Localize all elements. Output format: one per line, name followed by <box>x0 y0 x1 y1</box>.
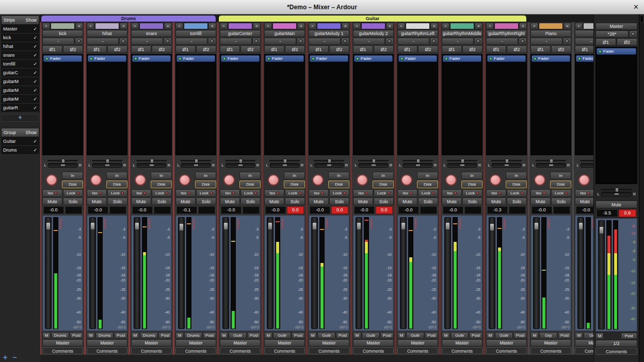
strip-color-swatch[interactable] <box>184 23 208 29</box>
solo-isolate-button[interactable]: Iso <box>530 189 551 197</box>
processor-box[interactable]: Fader <box>397 54 438 155</box>
strip-input-button[interactable]: - <box>309 38 341 45</box>
panner[interactable]: L R <box>397 156 438 171</box>
trim-knob[interactable] <box>474 38 482 45</box>
processor-active-led[interactable] <box>578 57 581 60</box>
phase-invert-2-button[interactable]: Ø2 <box>418 45 438 53</box>
strip-width-button[interactable]: « <box>530 23 538 29</box>
comments-button[interactable]: Comments <box>131 347 172 354</box>
strip-list-row[interactable]: snare✓ <box>1 51 39 60</box>
visibility-checkbox[interactable]: ✓ <box>33 53 37 58</box>
pan-thumb[interactable] <box>415 164 421 167</box>
phase-invert-2-button[interactable]: Ø2 <box>152 45 172 53</box>
visibility-checkbox[interactable]: ✓ <box>33 44 37 49</box>
pan-thumb[interactable] <box>282 164 287 167</box>
solo-button[interactable]: Solo <box>418 198 438 205</box>
comments-button[interactable]: Comments <box>530 347 571 354</box>
master-fader-mode-button[interactable]: Post <box>621 333 638 339</box>
meter-point-button[interactable]: M <box>309 332 317 339</box>
strip-name-button[interactable]: kick <box>42 30 83 37</box>
strip-hide-button[interactable]: ✕ <box>386 23 394 29</box>
solo-isolate-button[interactable]: Iso <box>397 189 417 197</box>
peak-display[interactable] <box>109 206 126 214</box>
trim-knob[interactable] <box>252 38 261 45</box>
phase-invert-2-button[interactable]: Ø2 <box>507 45 527 53</box>
panner[interactable]: L R <box>131 156 172 171</box>
pan-thumb[interactable] <box>149 164 154 167</box>
strip-list-row[interactable]: guitarM✓ <box>1 86 39 95</box>
processor-box[interactable]: Fader <box>220 54 261 155</box>
mute-button[interactable]: Mute <box>42 198 62 205</box>
record-arm-button[interactable] <box>312 174 324 186</box>
pan-width-slider[interactable] <box>358 160 389 161</box>
fader-mode-button[interactable]: Post <box>558 332 571 339</box>
strip-input-button[interactable]: - <box>42 38 74 45</box>
strip-name-button[interactable]: tomfill <box>175 30 216 37</box>
record-arm-button[interactable] <box>578 174 590 186</box>
visibility-checkbox[interactable]: ✓ <box>33 105 37 110</box>
processor-active-led[interactable] <box>312 57 315 60</box>
solo-button[interactable]: Solo <box>551 198 571 205</box>
solo-lock-button[interactable]: Lock <box>374 189 394 197</box>
comments-button[interactable]: Comments <box>220 347 261 354</box>
mute-button[interactable]: Mute <box>353 198 373 205</box>
group-button[interactable]: Drums <box>140 332 158 339</box>
master-meter-point-button[interactable]: M <box>595 333 604 339</box>
volume-fader[interactable] <box>533 217 540 329</box>
strip-width-button[interactable]: « <box>397 23 405 29</box>
processor-box[interactable]: Fader <box>442 54 482 155</box>
strip-color-swatch[interactable] <box>272 23 297 29</box>
panner[interactable]: L R <box>442 156 482 171</box>
fader-handle[interactable] <box>490 223 494 231</box>
output-button[interactable]: Master <box>575 339 593 347</box>
volume-fader[interactable] <box>444 217 451 329</box>
output-button[interactable]: Master <box>397 339 438 347</box>
processor-box[interactable]: Fader <box>353 54 394 155</box>
record-arm-button[interactable] <box>401 174 412 186</box>
comments-button[interactable]: Comments <box>442 347 482 354</box>
monitor-input-button[interactable]: In <box>328 172 349 179</box>
phase-invert-1-button[interactable]: Ø1 <box>530 45 551 53</box>
phase-invert-2-button[interactable]: Ø2 <box>196 45 216 53</box>
strip-input-button[interactable]: - <box>264 38 296 45</box>
output-button[interactable]: Master <box>87 339 127 347</box>
pan-position-slider[interactable] <box>92 163 122 168</box>
strip-name-button[interactable]: hihat <box>87 30 127 37</box>
strip-color-swatch[interactable] <box>139 23 164 29</box>
fader-mode-button[interactable]: Post <box>425 332 438 339</box>
fader-processor[interactable]: Fader <box>443 55 481 62</box>
solo-isolate-button[interactable]: Iso <box>309 189 329 197</box>
solo-isolate-button[interactable]: Iso <box>131 189 151 197</box>
trim-knob[interactable] <box>519 38 527 45</box>
master-processor-box[interactable]: Fader <box>595 47 637 184</box>
pan-thumb[interactable] <box>105 164 110 167</box>
gain-display[interactable]: -0.0 <box>398 206 419 214</box>
strip-width-button[interactable]: « <box>42 23 50 29</box>
panner[interactable]: L R <box>309 156 349 171</box>
record-arm-button[interactable] <box>90 174 102 186</box>
strip-name-button[interactable]: guitarMelody 1 <box>309 30 349 37</box>
panner[interactable]: L R <box>264 156 305 171</box>
strip-name-button[interactable]: guitarRhythmMiddle <box>442 30 482 37</box>
processor-box[interactable]: Fader <box>42 54 83 155</box>
record-arm-button[interactable] <box>445 174 457 186</box>
pan-thumb[interactable] <box>60 164 66 167</box>
phase-invert-1-button[interactable]: Ø1 <box>353 45 373 53</box>
processor-active-led[interactable] <box>534 57 537 60</box>
fader-processor[interactable]: Fader <box>132 55 171 62</box>
mute-button[interactable]: Mute <box>442 198 462 205</box>
mute-button[interactable]: Mute <box>131 198 151 205</box>
processor-active-led[interactable] <box>90 57 93 60</box>
solo-lock-button[interactable]: Lock <box>152 189 172 197</box>
gain-display[interactable]: -0.0 <box>443 206 463 214</box>
comments-button[interactable]: Comments <box>353 347 394 354</box>
processor-active-led[interactable] <box>400 57 404 60</box>
group-button[interactable]: Guitr <box>495 332 513 339</box>
monitor-disk-button[interactable]: Disk <box>62 180 83 188</box>
strip-input-button[interactable]: - <box>486 38 518 45</box>
mute-button[interactable]: Mute <box>220 198 240 205</box>
volume-fader[interactable] <box>356 217 362 329</box>
comments-button[interactable]: Comments <box>42 347 83 354</box>
solo-lock-button[interactable]: Lock <box>107 189 127 197</box>
solo-lock-button[interactable]: Lock <box>329 189 349 197</box>
